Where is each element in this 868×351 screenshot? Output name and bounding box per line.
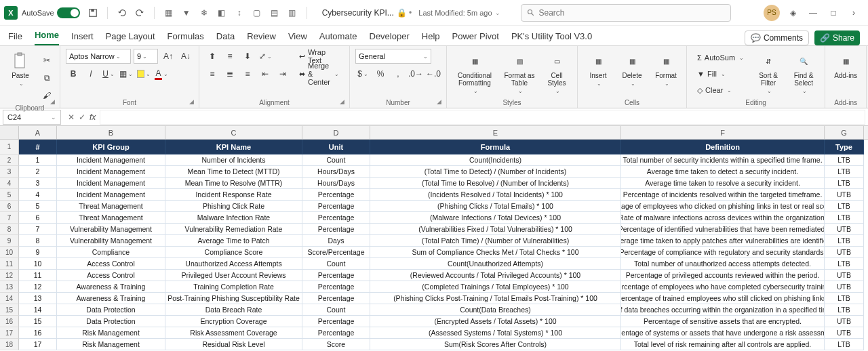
- cell[interactable]: Percentage: [302, 327, 370, 339]
- clear-button[interactable]: ◇ Clear⌄: [692, 83, 749, 98]
- qat-sort-icon[interactable]: ↕: [233, 7, 245, 19]
- row-header[interactable]: 17: [0, 327, 19, 339]
- format-cells-button[interactable]: ▦Format⌄: [651, 49, 681, 87]
- cell[interactable]: (Incidents Resolved / Total Incidents) *…: [370, 189, 621, 201]
- row-header[interactable]: 4: [0, 178, 19, 189]
- insert-cells-button[interactable]: ▦Insert⌄: [583, 49, 613, 87]
- increase-decimal-icon[interactable]: .0→: [408, 66, 423, 81]
- row-header[interactable]: 2: [0, 154, 19, 166]
- cell[interactable]: Percentage of identified vulnerabilities…: [621, 224, 825, 235]
- italic-button[interactable]: I: [83, 66, 98, 81]
- cell[interactable]: Incident Management: [57, 154, 165, 166]
- cell[interactable]: LTB: [825, 258, 864, 270]
- restore-icon[interactable]: □: [823, 3, 844, 23]
- cell[interactable]: Number of Incidents: [165, 154, 302, 166]
- row-header[interactable]: 13: [0, 281, 19, 293]
- cell[interactable]: 16: [19, 327, 57, 339]
- cell[interactable]: Malware Infection Rate: [165, 212, 302, 224]
- col-header[interactable]: G: [825, 126, 864, 139]
- addins-button[interactable]: ▦Add-ins: [831, 49, 861, 79]
- underline-button[interactable]: U⌄: [101, 66, 116, 81]
- row-header[interactable]: 8: [0, 224, 19, 235]
- undo-icon[interactable]: [116, 7, 128, 19]
- search-input[interactable]: Search: [521, 4, 731, 22]
- format-as-table-button[interactable]: ▤Format as Table⌄: [501, 49, 538, 94]
- cancel-formula-icon[interactable]: ✕: [68, 112, 75, 122]
- cell[interactable]: Percentage of privileged accounts review…: [621, 270, 825, 281]
- header-cell[interactable]: KPI Group: [57, 140, 165, 154]
- cell[interactable]: Encryption Coverage: [165, 316, 302, 327]
- cell[interactable]: Percentage: [302, 270, 370, 281]
- cell[interactable]: LTB: [825, 166, 864, 178]
- header-cell[interactable]: Formula: [370, 140, 621, 154]
- delete-cells-button[interactable]: ▦Delete⌄: [617, 49, 647, 87]
- cell[interactable]: Training Completion Rate: [165, 281, 302, 293]
- cell[interactable]: UTB: [825, 316, 864, 327]
- copy-icon[interactable]: ⧉: [39, 70, 54, 85]
- cell[interactable]: Count(Data Breaches): [370, 304, 621, 316]
- cell[interactable]: Compliance: [57, 247, 165, 258]
- cell[interactable]: LTB: [825, 154, 864, 166]
- chevron-right-icon[interactable]: ›: [844, 3, 864, 23]
- cell[interactable]: LTB: [825, 293, 864, 304]
- cell[interactable]: 15: [19, 316, 57, 327]
- row-header[interactable]: 7: [0, 212, 19, 224]
- cell[interactable]: Percentage of employees who have complet…: [621, 281, 825, 293]
- cell[interactable]: Sum(Risk Scores After Controls): [370, 339, 621, 350]
- cell[interactable]: 14: [19, 304, 57, 316]
- col-header[interactable]: C: [165, 126, 302, 139]
- row-header[interactable]: 16: [0, 316, 19, 327]
- tab-data[interactable]: Data: [216, 31, 235, 45]
- cell[interactable]: Data Protection: [57, 304, 165, 316]
- autosave-toggle[interactable]: [57, 7, 80, 18]
- cell[interactable]: Count: [302, 304, 370, 316]
- cell[interactable]: 2: [19, 166, 57, 178]
- cell[interactable]: Average time taken to apply patches afte…: [621, 235, 825, 247]
- header-cell[interactable]: Definition: [621, 140, 825, 154]
- percent-icon[interactable]: %: [373, 66, 388, 81]
- cell[interactable]: Privileged User Account Reviews: [165, 270, 302, 281]
- increase-indent-icon[interactable]: ⇥: [275, 66, 290, 81]
- cell[interactable]: Percentage: [302, 189, 370, 201]
- cell[interactable]: 3: [19, 178, 57, 189]
- header-cell[interactable]: #: [19, 140, 57, 154]
- font-color-button[interactable]: A⌄: [154, 66, 169, 81]
- fx-icon[interactable]: fx: [90, 112, 96, 122]
- paste-button[interactable]: Paste ⌄: [5, 49, 35, 87]
- qat-shapes-icon[interactable]: ◧: [216, 7, 228, 19]
- row-header[interactable]: 18: [0, 339, 19, 350]
- diamond-icon[interactable]: ◈: [783, 3, 803, 23]
- align-left-icon[interactable]: ≡: [205, 66, 220, 81]
- cell[interactable]: 1: [19, 154, 57, 166]
- cell[interactable]: Incident Management: [57, 166, 165, 178]
- tab-power-pivot[interactable]: Power Pivot: [452, 31, 499, 45]
- qat-grid-icon[interactable]: ▦: [163, 7, 175, 19]
- qat-border-icon[interactable]: ▢: [251, 7, 263, 19]
- cell[interactable]: LTB: [825, 178, 864, 189]
- cell[interactable]: Total number of unauthorized access atte…: [621, 258, 825, 270]
- tab-view[interactable]: View: [288, 31, 307, 45]
- font-launcher[interactable]: ◢: [189, 98, 197, 106]
- row-header[interactable]: 5: [0, 189, 19, 201]
- row-header[interactable]: 1: [0, 140, 19, 154]
- cell[interactable]: UTB: [825, 270, 864, 281]
- last-modified[interactable]: Last Modified: 5m ago: [418, 9, 492, 17]
- cell[interactable]: (Total Time to Detect) / (Number of Inci…: [370, 166, 621, 178]
- cell[interactable]: Hours/Days: [302, 166, 370, 178]
- cell[interactable]: Risk Assessment Coverage: [165, 327, 302, 339]
- merge-center-button[interactable]: ⬌ Merge & Center⌄: [294, 66, 344, 81]
- user-avatar[interactable]: PS: [764, 5, 780, 21]
- cell[interactable]: Vulnerability Management: [57, 224, 165, 235]
- tab-automate[interactable]: Automate: [319, 31, 357, 45]
- row-header[interactable]: 11: [0, 258, 19, 270]
- cell[interactable]: Data Protection: [57, 316, 165, 327]
- font-size-select[interactable]: 9⌄: [134, 49, 158, 64]
- cell[interactable]: Total level of risk remaining after all …: [621, 339, 825, 350]
- cell[interactable]: Sum of Compliance Checks Met / Total Che…: [370, 247, 621, 258]
- cell[interactable]: Compliance Score: [165, 247, 302, 258]
- qat-snow-icon[interactable]: ❄: [198, 7, 210, 19]
- qat-filter-icon[interactable]: ▼: [180, 7, 193, 19]
- cell[interactable]: Access Control: [57, 258, 165, 270]
- cell[interactable]: Percentage of employees who clicked on p…: [621, 201, 825, 212]
- comments-button[interactable]: 💬 Comments: [745, 30, 809, 45]
